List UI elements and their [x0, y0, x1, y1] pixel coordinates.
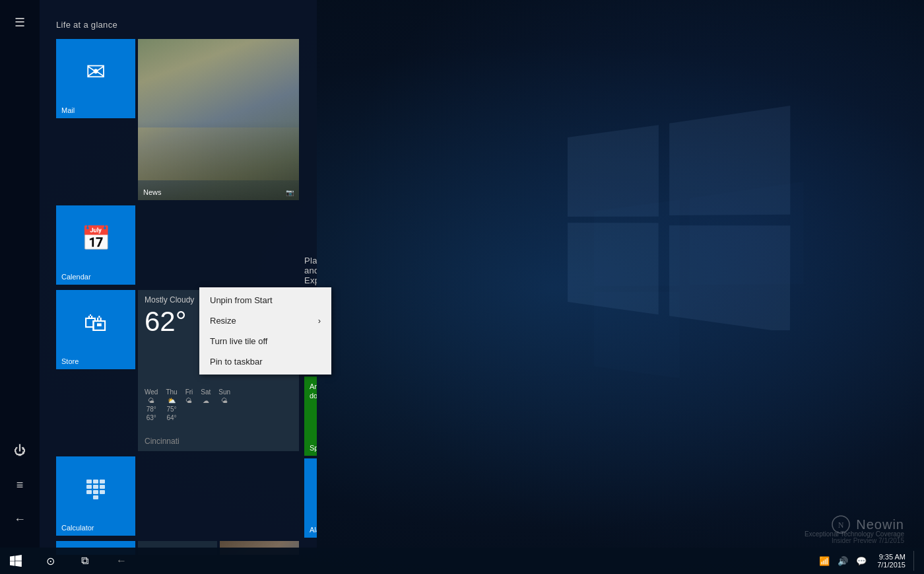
desktop-glow	[330, 0, 924, 574]
context-resize[interactable]: Resize ›	[199, 310, 331, 331]
start-sidebar: ☰ ⏻ ≡ ←	[0, 0, 40, 555]
alarms-label: Alarms & Clock	[310, 526, 317, 534]
show-desktop-button[interactable]	[913, 551, 917, 571]
power-icon: ⏻	[14, 444, 26, 458]
news-color-overlay	[138, 127, 299, 180]
mail-tile[interactable]: ✉ Mail	[56, 39, 135, 118]
volume-icon[interactable]: 🔊	[838, 556, 848, 566]
camera-icon: 📷	[286, 189, 294, 196]
weather-day-wed: Wed 🌤 78° 63°	[145, 388, 158, 421]
context-live-tile-label: Turn live tile off	[210, 336, 267, 346]
weather-condition: Mostly Cloudy	[145, 295, 194, 305]
all-apps-button[interactable]: ≡	[4, 469, 36, 501]
context-live-tile[interactable]: Turn live tile off	[199, 331, 331, 351]
context-unpin[interactable]: Unpin from Start	[199, 290, 331, 310]
alarms-tile[interactable]: Alarms & Clock	[304, 458, 317, 538]
taskbar-time: 9:35 AM	[879, 553, 906, 561]
taskbar-date: 7/1/2015	[877, 561, 906, 569]
context-resize-label: Resize	[210, 316, 236, 326]
search-icon: ⊙	[46, 555, 55, 567]
taskbar-clock[interactable]: 9:35 AM 7/1/2015	[877, 553, 906, 569]
network-icon[interactable]: 📶	[819, 556, 830, 566]
windows-logo-taskbar	[10, 555, 22, 567]
calculator-icon	[86, 480, 105, 499]
weather-spacer	[138, 456, 299, 536]
calendar-icon: 📅	[81, 225, 111, 252]
context-pin-taskbar[interactable]: Pin to taskbar	[199, 351, 331, 372]
power-button[interactable]: ⏻	[4, 435, 36, 466]
taskbar-start-button[interactable]	[0, 548, 32, 574]
start-menu: ☰ ⏻ ≡ ← Life at a glance ✉ Mail	[0, 0, 317, 555]
taskbar-task-view[interactable]: ⧉	[69, 548, 100, 574]
notification-icon[interactable]: 💬	[856, 556, 867, 566]
hamburger-button[interactable]: ☰	[4, 7, 36, 38]
context-unpin-label: Unpin from Start	[210, 295, 273, 305]
weather-temp: 62°	[145, 306, 187, 338]
task-view-icon: ⧉	[81, 555, 88, 567]
calculator-tile[interactable]: Calculator	[56, 456, 135, 536]
svg-text:N: N	[838, 520, 844, 530]
mail-label: Mail	[61, 106, 75, 114]
tiles-area: Life at a glance ✉ Mail News	[43, 0, 317, 555]
back-arrow-icon: ←	[116, 555, 127, 567]
mail-icon: ✉	[86, 58, 106, 86]
back-icon: ←	[14, 513, 26, 526]
taskbar-search-button[interactable]: ⊙	[34, 548, 66, 574]
news-spacer	[138, 205, 299, 285]
weather-days: Wed 🌤 78° 63° Thu ⛅ 75° 64° Fri	[145, 388, 230, 421]
context-pin-taskbar-label: Pin to taskbar	[210, 357, 263, 367]
sports-tile[interactable]: Armour: USA silences doubters with Germa…	[304, 377, 317, 456]
weather-day-sun: Sun 🌤	[218, 388, 230, 421]
section1-label: Life at a glance	[56, 20, 304, 30]
weather-day-fri: Fri 🌤	[185, 388, 193, 421]
hamburger-icon: ☰	[15, 15, 25, 30]
back-button[interactable]: ←	[4, 503, 36, 535]
taskbar-right: 📶 🔊 💬 9:35 AM 7/1/2015	[819, 551, 924, 571]
weather-day-sat: Sat ☁	[201, 388, 211, 421]
tile-row-4: Calculator	[56, 456, 304, 536]
weather-city: Cincinnati	[145, 437, 180, 446]
taskbar-system-icons: 📶 🔊 💬	[819, 556, 867, 566]
store-tile[interactable]: 🛍 Store	[56, 290, 135, 369]
calendar-tile[interactable]: 📅 Calendar	[56, 205, 135, 285]
tile-row-1: ✉ Mail News 📷	[56, 39, 304, 200]
taskbar: ⊙ ⧉ ← 📶 🔊 💬 9:35 AM 7/1/2015	[0, 548, 924, 574]
sports-label: Sports	[310, 444, 317, 452]
weather-day-thu: Thu ⛅ 75° 64°	[166, 388, 177, 421]
news-label: News	[143, 188, 162, 196]
context-resize-arrow: ›	[318, 316, 321, 326]
context-menu: Unpin from Start Resize › Turn live tile…	[199, 287, 331, 375]
taskbar-back-button[interactable]: ←	[106, 548, 137, 574]
neowin-date: Insider Preview 7/1/2015	[832, 537, 904, 544]
store-label: Store	[61, 357, 79, 365]
store-icon: 🛍	[84, 309, 108, 337]
news-tile[interactable]: News 📷	[138, 39, 299, 200]
all-apps-icon: ≡	[16, 478, 24, 492]
calculator-label: Calculator	[61, 524, 94, 532]
tile-row-2: 📅 Calendar	[56, 205, 304, 285]
sports-headline: Armour: USA silences doubters with Germa…	[310, 382, 317, 401]
calendar-label: Calendar	[61, 273, 91, 281]
